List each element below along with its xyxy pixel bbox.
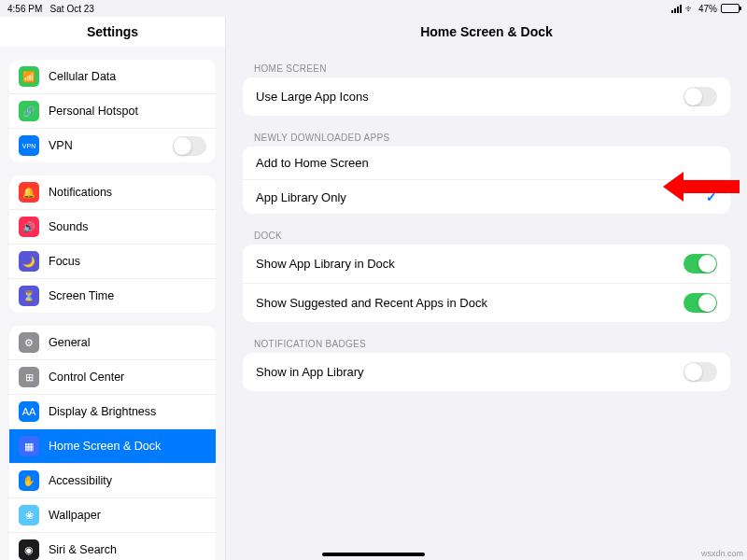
screen-time-icon: ⏳ xyxy=(19,286,39,306)
wifi-icon: ᯤ xyxy=(685,4,695,14)
toggle-show-app-library-in-dock[interactable] xyxy=(684,254,717,273)
notifications-icon: 🔔 xyxy=(19,182,39,203)
setting-label: Show Suggested and Recent Apps in Dock xyxy=(256,296,487,310)
sidebar-title: Settings xyxy=(0,17,225,47)
sidebar-item-cellular-data[interactable]: 📶Cellular Data xyxy=(9,60,216,94)
sidebar-item-label: Notifications xyxy=(49,186,206,199)
sidebar-item-siri-search[interactable]: ◉Siri & Search xyxy=(9,533,216,560)
sidebar-item-label: General xyxy=(49,336,206,349)
sidebar-item-label: Home Screen & Dock xyxy=(49,440,206,453)
setting-label: Use Large App Icons xyxy=(256,90,369,104)
setting-label: Show in App Library xyxy=(256,365,364,379)
accessibility-icon: ✋ xyxy=(19,470,39,491)
siri-search-icon: ◉ xyxy=(19,539,39,560)
battery-icon xyxy=(721,4,740,13)
setting-label: App Library Only xyxy=(256,190,346,204)
toggle-vpn[interactable] xyxy=(173,136,206,156)
sidebar-item-accessibility[interactable]: ✋Accessibility xyxy=(9,464,216,498)
sidebar-item-label: Display & Brightness xyxy=(49,405,206,418)
checkmark-icon: ✓ xyxy=(706,189,717,204)
sidebar: Settings 📶Cellular Data🔗Personal Hotspot… xyxy=(0,17,226,560)
status-bar: 4:56 PM Sat Oct 23 ᯤ 47% xyxy=(0,0,747,17)
sidebar-item-general[interactable]: ⚙General xyxy=(9,326,216,360)
battery-percent: 47% xyxy=(698,4,717,14)
setting-label: Add to Home Screen xyxy=(256,156,369,170)
sidebar-item-personal-hotspot[interactable]: 🔗Personal Hotspot xyxy=(9,94,216,129)
display-brightness-icon: AA xyxy=(19,401,39,422)
home-screen-dock-icon: ▦ xyxy=(19,436,39,456)
sidebar-item-focus[interactable]: 🌙Focus xyxy=(9,245,216,279)
setting-row-show-suggested-and-recent-apps-in-dock[interactable]: Show Suggested and Recent Apps in Dock xyxy=(243,284,730,322)
sidebar-item-label: Accessibility xyxy=(49,474,206,487)
sidebar-item-label: Cellular Data xyxy=(49,70,206,83)
sidebar-item-label: VPN xyxy=(49,139,173,152)
wallpaper-icon: ❀ xyxy=(19,505,39,525)
focus-icon: 🌙 xyxy=(19,251,39,272)
setting-row-show-in-app-library[interactable]: Show in App Library xyxy=(243,353,730,391)
sidebar-item-label: Screen Time xyxy=(49,289,206,302)
control-center-icon: ⊞ xyxy=(19,367,39,387)
sidebar-item-sounds[interactable]: 🔊Sounds xyxy=(9,210,216,245)
cellular-data-icon: 📶 xyxy=(19,66,39,87)
personal-hotspot-icon: 🔗 xyxy=(19,101,39,121)
sidebar-item-label: Personal Hotspot xyxy=(49,105,206,118)
sidebar-item-notifications[interactable]: 🔔Notifications xyxy=(9,175,216,210)
setting-row-app-library-only[interactable]: App Library Only✓ xyxy=(243,180,730,214)
page-title: Home Screen & Dock xyxy=(226,17,747,47)
general-icon: ⚙ xyxy=(19,332,39,353)
sidebar-item-screen-time[interactable]: ⏳Screen Time xyxy=(9,279,216,313)
setting-row-show-app-library-in-dock[interactable]: Show App Library in Dock xyxy=(243,245,730,284)
sidebar-item-label: Sounds xyxy=(49,220,206,233)
signal-icon xyxy=(671,5,682,13)
sounds-icon: 🔊 xyxy=(19,217,39,237)
toggle-show-suggested-and-recent-apps-in-dock[interactable] xyxy=(684,293,717,313)
setting-label: Show App Library in Dock xyxy=(256,257,395,271)
main-panel: Home Screen & Dock HOME SCREEN Use Large… xyxy=(226,17,747,560)
sidebar-item-label: Focus xyxy=(49,255,206,268)
sidebar-item-wallpaper[interactable]: ❀Wallpaper xyxy=(9,498,216,533)
sidebar-item-label: Siri & Search xyxy=(49,543,206,556)
setting-row-use-large-app-icons[interactable]: Use Large App Icons xyxy=(243,77,730,116)
sidebar-item-label: Control Center xyxy=(49,371,206,384)
sidebar-item-vpn[interactable]: VPNVPN xyxy=(9,129,216,162)
credit: wsxdn.com xyxy=(701,549,743,558)
toggle-use-large-app-icons[interactable] xyxy=(684,87,717,106)
toggle-show-in-app-library[interactable] xyxy=(684,362,717,382)
vpn-icon: VPN xyxy=(19,135,39,156)
sidebar-item-home-screen-dock[interactable]: ▦Home Screen & Dock xyxy=(9,429,216,464)
sidebar-item-control-center[interactable]: ⊞Control Center xyxy=(9,360,216,395)
home-indicator[interactable] xyxy=(322,553,425,556)
setting-row-add-to-home-screen[interactable]: Add to Home Screen xyxy=(243,147,730,180)
sidebar-item-label: Wallpaper xyxy=(49,509,206,522)
sidebar-item-display-brightness[interactable]: AADisplay & Brightness xyxy=(9,395,216,429)
